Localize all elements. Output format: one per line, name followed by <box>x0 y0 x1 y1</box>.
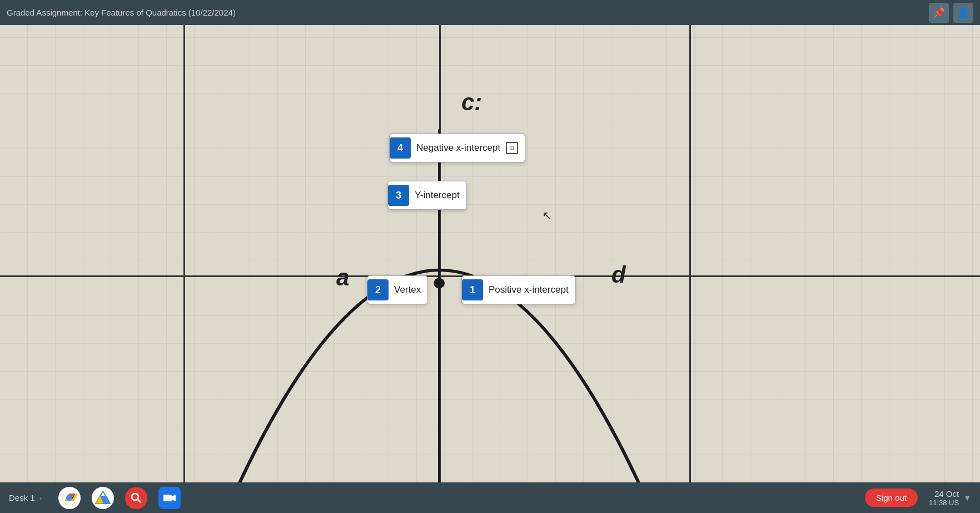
desk-chevron[interactable]: › <box>39 494 42 502</box>
meet-icon[interactable] <box>158 487 181 509</box>
label-box-3[interactable]: 3 Y-intercept <box>387 181 467 210</box>
svg-rect-11 <box>163 495 172 501</box>
status-icon[interactable]: ▼ <box>963 494 971 502</box>
label-c: c: <box>461 89 482 116</box>
date-time-display: 24 Oct 11:38 US <box>929 489 959 507</box>
label-a: a <box>336 264 349 291</box>
title-bar-icons: 📌 👤 <box>929 3 973 23</box>
desk-label: Desk 1 <box>9 493 35 502</box>
drive-icon[interactable] <box>92 487 114 509</box>
taskbar: Desk 1 › <box>0 482 980 513</box>
parabola-curve <box>0 25 980 482</box>
svg-point-4 <box>67 495 72 501</box>
label-box-1[interactable]: 1 Positive x-intercept <box>461 275 576 304</box>
title-bar: Graded Assignment: Key Features of Quadr… <box>0 0 980 25</box>
copy-icon-4[interactable]: ⧉ <box>506 142 518 154</box>
label-text-1: Positive x-intercept <box>489 284 569 295</box>
svg-line-10 <box>138 499 141 502</box>
svg-point-1 <box>434 278 445 289</box>
badge-3: 3 <box>388 185 409 206</box>
label-text-2: Vertex <box>394 284 421 295</box>
badge-2: 2 <box>367 279 389 300</box>
label-d: d <box>611 262 626 288</box>
sign-out-button[interactable]: Sign out <box>865 489 918 507</box>
badge-4: 4 <box>390 137 411 159</box>
user-icon[interactable]: 👤 <box>953 3 973 23</box>
label-box-2[interactable]: 2 Vertex <box>367 275 428 304</box>
desk-info: Desk 1 › <box>9 493 42 502</box>
search-app-icon[interactable] <box>125 487 147 509</box>
app-icons <box>58 487 181 509</box>
label-text-3: Y-intercept <box>415 190 460 201</box>
date-display: 24 Oct <box>934 489 959 499</box>
badge-1: 1 <box>462 279 483 300</box>
main-canvas: c: a d 4 Negative x-intercept ⧉ 3 Y-inte… <box>0 25 980 482</box>
label-box-4[interactable]: 4 Negative x-intercept ⧉ <box>389 134 525 162</box>
pin-icon[interactable]: 📌 <box>929 3 949 23</box>
label-text-4: Negative x-intercept <box>416 142 500 154</box>
time-display: 11:38 US <box>929 499 959 507</box>
page-title: Graded Assignment: Key Features of Quadr… <box>7 8 929 17</box>
svg-marker-12 <box>172 495 176 501</box>
chrome-icon[interactable] <box>58 487 81 509</box>
